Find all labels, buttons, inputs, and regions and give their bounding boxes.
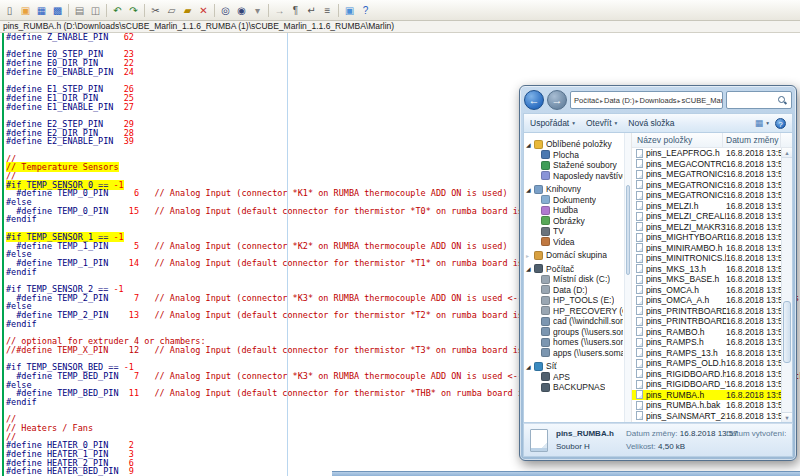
nav-pane-scrollbar[interactable] — [624, 133, 631, 422]
file-row-pins-megatronics-3-h[interactable]: pins_MEGATRONICS_3.h16.8.2018 13:5 — [632, 190, 781, 201]
scrollbar-thumb[interactable] — [783, 301, 791, 363]
line-list-icon[interactable]: ≡ — [320, 3, 335, 18]
redo-icon[interactable]: ↷ — [126, 3, 141, 18]
word-wrap-icon[interactable]: ↵ — [304, 3, 319, 18]
forward-button[interactable]: → — [547, 90, 567, 110]
sidebar-item-tv[interactable]: TV — [524, 226, 623, 237]
save-icon[interactable]: ▦ — [34, 3, 49, 18]
column-header-date[interactable]: Datum změny — [723, 133, 781, 147]
open-file-icon[interactable]: ▣ — [18, 3, 33, 18]
file-row-pins-omca-h[interactable]: pins_OMCA.h16.8.2018 13:5 — [632, 285, 781, 296]
expanded-arrow-icon[interactable]: ◢ — [526, 186, 534, 193]
scroll-up-icon[interactable]: ▲ — [782, 148, 792, 158]
sidebar-item-groups-users-soma-cz[interactable]: groups (\\users.soma.cz) — [524, 327, 623, 338]
help-button[interactable]: ? — [775, 118, 786, 129]
print-icon[interactable]: ▤ — [72, 3, 87, 18]
taskbar-fragment[interactable] — [332, 471, 800, 476]
copy-icon[interactable]: ▱ — [164, 3, 179, 18]
views-button[interactable]: ▦ ▾ — [755, 118, 769, 128]
cut-icon[interactable]: ✂ — [148, 3, 163, 18]
print-preview-icon[interactable]: ◫ — [88, 3, 103, 18]
file-row-pins-rumba-h-bak[interactable]: pins_RUMBA.h.bak16.8.2018 13:5 — [632, 400, 781, 411]
sidebar-item-homes-users-soma-cz[interactable]: homes (\\users.soma.cz) — [524, 337, 623, 348]
window-icon[interactable]: ▣ — [342, 3, 357, 18]
file-row-pins-melzi-h[interactable]: pins_MELZI.h16.8.2018 13:5 — [632, 201, 781, 212]
file-row-pins-melzi-makr3d-h[interactable]: pins_MELZI_MAKR3D.h16.8.2018 13:5 — [632, 222, 781, 233]
sidebar-item-hp-recovery-g[interactable]: HP_RECOVERY (G:) — [524, 306, 623, 317]
paste-icon[interactable]: ▰ — [180, 3, 195, 18]
file-row-pins-megatronics-h[interactable]: pins_MEGATRONICS.h16.8.2018 13:5 — [632, 169, 781, 180]
file-row-pins-mks-13-h[interactable]: pins_MKS_13.h16.8.2018 13:5 — [632, 264, 781, 275]
file-row-pins-printrboard-h[interactable]: pins_PRINTRBOARD.h16.8.2018 13:5 — [632, 306, 781, 317]
sidebar-item-cad-windchill-soma-cz[interactable]: cad (\\windchill.soma.cz) — [524, 316, 623, 327]
sidebar-item-s[interactable]: ◢Síť — [524, 361, 623, 372]
sidebar-item-hudba[interactable]: Hudba — [524, 205, 623, 216]
sidebar-item-backupnas[interactable]: BACKUPNAS — [524, 382, 623, 393]
file-date: 16.8.2018 13:5 — [726, 190, 781, 200]
file-row-pins-omca-a-h[interactable]: pins_OMCA_A.h16.8.2018 13:5 — [632, 295, 781, 306]
sidebar-item-apps-users-soma-cz[interactable]: apps (\\users.soma.cz) — [524, 348, 623, 359]
file-row-pins-melzi-creality-h[interactable]: pins_MELZI_CREALITY.h16.8.2018 13:5 — [632, 211, 781, 222]
expanded-arrow-icon[interactable]: ◢ — [526, 141, 534, 148]
undo-icon[interactable]: ↶ — [110, 3, 125, 18]
scroll-down-icon[interactable]: ▼ — [782, 412, 792, 422]
column-header-name[interactable]: Název položky — [632, 133, 723, 147]
file-row-pins-mks-base-h[interactable]: pins_MKS_BASE.h16.8.2018 13:5 — [632, 274, 781, 285]
sidebar-item-sta-en-soubory[interactable]: Stažené soubory — [524, 160, 623, 171]
file-row-pins-ramps-h[interactable]: pins_RAMPS.h16.8.2018 13:5 — [632, 337, 781, 348]
search-box[interactable] — [726, 91, 792, 109]
replace-icon[interactable]: ◉ — [234, 3, 249, 18]
file-row-pins-rigidboard-v2-h[interactable]: pins_RIGIDBOARD_V2.h16.8.2018 13:5 — [632, 379, 781, 390]
sidebar-item-knihovny[interactable]: ◢Knihovny — [524, 184, 623, 195]
sidebar-item-m-stn-disk-c[interactable]: Místní disk (C:) — [524, 274, 623, 285]
back-button[interactable]: ← — [524, 90, 544, 110]
sidebar-item-dokumenty[interactable]: Dokumenty — [524, 195, 623, 206]
expanded-arrow-icon[interactable]: ◢ — [526, 363, 534, 370]
nav-scrollbar-thumb[interactable] — [626, 185, 630, 275]
file-row-pins-ramps-old-h[interactable]: pins_RAMPS_OLD.h16.8.2018 13:5 — [632, 358, 781, 369]
file-row-pins-sainsmart-2in1-h[interactable]: pins_SAINSMART_2IN1.h16.8.2018 13:5 — [632, 411, 781, 422]
sidebar-item-hp-tools-e[interactable]: HP_TOOLS (E:) — [524, 295, 623, 306]
file-row-pins-printrboard-revf-h[interactable]: pins_PRINTRBOARD_REVF.h16.8.2018 13:5 — [632, 316, 781, 327]
save-all-icon[interactable]: ▩ — [50, 3, 65, 18]
file-row-pins-minitronics-h[interactable]: pins_MINITRONICS.h16.8.2018 13:5 — [632, 253, 781, 264]
new-folder-button[interactable]: Nová složka — [628, 118, 674, 128]
goto-line-icon[interactable]: → — [272, 3, 287, 18]
sidebar-item-po-ta[interactable]: ◢Počítač — [524, 264, 623, 275]
open-button[interactable]: Otevřít ▾ — [586, 118, 617, 128]
file-row-pins-ramps-13-h[interactable]: pins_RAMPS_13.h16.8.2018 13:5 — [632, 348, 781, 359]
file-row-pins-rigidboard-h[interactable]: pins_RIGIDBOARD.h16.8.2018 13:5 — [632, 369, 781, 380]
address-bar[interactable]: Počítač▸Data (D:)▸Downloads▸sCUBE_Marlin… — [570, 91, 723, 109]
file-name: pins_PRINTRBOARD.h — [646, 306, 726, 316]
file-row-pins-mightyboard-reve-h[interactable]: pins_MIGHTYBOARD_REVE.h16.8.2018 13:5 — [632, 232, 781, 243]
bookmark-icon[interactable]: ▾ — [250, 3, 265, 18]
expanded-arrow-icon[interactable]: ◢ — [526, 265, 534, 272]
sidebar-item-naposledy-nav-t-ven[interactable]: Naposledy navštívené — [524, 171, 623, 182]
file-row-pins-rambo-h[interactable]: pins_RAMBO.h16.8.2018 13:5 — [632, 327, 781, 338]
breadcrumb-item-scube-marlin-1-1-6-rumba-1[interactable]: sCUBE_Marlin_1.1.6_RUMBA (1) — [682, 96, 723, 105]
file-row-pins-minirambo-h[interactable]: pins_MINIRAMBO.h16.8.2018 13:5 — [632, 243, 781, 254]
show-formatting-icon[interactable]: ¶ — [288, 3, 303, 18]
sidebar-item-plocha[interactable]: Plocha — [524, 150, 623, 161]
delete-icon[interactable]: ✕ — [196, 3, 211, 18]
file-row-pins-rumba-h[interactable]: pins_RUMBA.h16.8.2018 13:5 — [632, 390, 781, 401]
file-row-pins-megatronics-2-h[interactable]: pins_MEGATRONICS_2.h16.8.2018 13:5 — [632, 180, 781, 191]
help-icon[interactable]: ? — [358, 3, 373, 18]
sidebar-item-data-d[interactable]: Data (D:) — [524, 285, 623, 296]
breadcrumb-item-downloads[interactable]: Downloads — [639, 96, 676, 105]
organize-button[interactable]: Uspořádat ▾ — [530, 118, 575, 128]
sidebar-item-videa[interactable]: Videa — [524, 237, 623, 248]
file-row-pins-leapfrog-h[interactable]: pins_LEAPFROG.h16.8.2018 13:5 — [632, 148, 781, 159]
sidebar-item-obr-zky[interactable]: Obrázky — [524, 216, 623, 227]
details-size: Velikost: 4,50 kB — [626, 442, 718, 451]
sidebar-item-obl-ben-polo-ky[interactable]: ◢Oblíbené položky — [524, 139, 623, 150]
sidebar-item-dom-c-skupina[interactable]: ▸Domácí skupina — [524, 250, 623, 261]
sidebar-item-aps[interactable]: APS — [524, 372, 623, 383]
file-list-scrollbar[interactable]: ▲ ▼ — [781, 148, 792, 422]
file-row-pins-megacontroller-h[interactable]: pins_MEGACONTROLLER.h16.8.2018 13:5 — [632, 159, 781, 170]
new-file-icon[interactable]: ▯ — [2, 3, 17, 18]
collapsed-arrow-icon[interactable]: ▸ — [526, 252, 534, 259]
find-icon[interactable]: ◎ — [218, 3, 233, 18]
breadcrumb-item-po-ta[interactable]: Počítač — [574, 96, 599, 105]
breadcrumb-item-data-d[interactable]: Data (D:) — [604, 96, 634, 105]
